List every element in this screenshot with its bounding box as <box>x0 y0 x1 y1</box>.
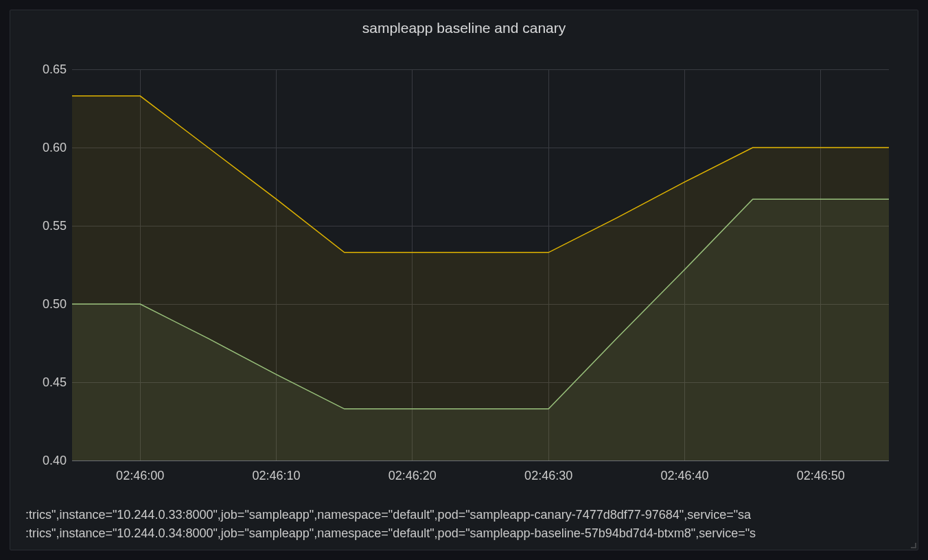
chart-legend: :trics",instance="10.244.0.33:8000",job=… <box>25 506 911 543</box>
legend-item-canary[interactable]: :trics",instance="10.244.0.33:8000",job=… <box>25 506 911 524</box>
chart-panel[interactable]: sampleapp baseline and canary 0.65 0.60 … <box>10 10 918 550</box>
y-tick-label: 0.55 <box>25 219 67 233</box>
x-tick-label: 02:46:30 <box>524 469 572 483</box>
legend-item-baseline[interactable]: :trics",instance="10.244.0.34:8000",job=… <box>25 524 911 543</box>
y-tick-label: 0.65 <box>25 62 67 77</box>
resize-handle-icon[interactable] <box>909 541 916 548</box>
panel-title: sampleapp baseline and canary <box>10 20 918 36</box>
y-tick-label: 0.60 <box>25 141 67 155</box>
x-tick-label: 02:46:00 <box>116 469 164 483</box>
legend-label: :trics",instance="10.244.0.33:8000",job=… <box>25 508 751 522</box>
y-tick-label: 0.45 <box>25 375 67 390</box>
plot-area[interactable] <box>72 69 889 460</box>
x-tick-label: 02:46:50 <box>797 469 845 483</box>
y-tick-label: 0.40 <box>25 454 67 468</box>
x-tick-label: 02:46:20 <box>388 469 437 483</box>
y-tick-label: 0.50 <box>25 297 67 312</box>
x-tick-label: 02:46:40 <box>660 469 708 483</box>
x-tick-label: 02:46:10 <box>252 469 300 483</box>
legend-label: :trics",instance="10.244.0.34:8000",job=… <box>25 526 756 541</box>
